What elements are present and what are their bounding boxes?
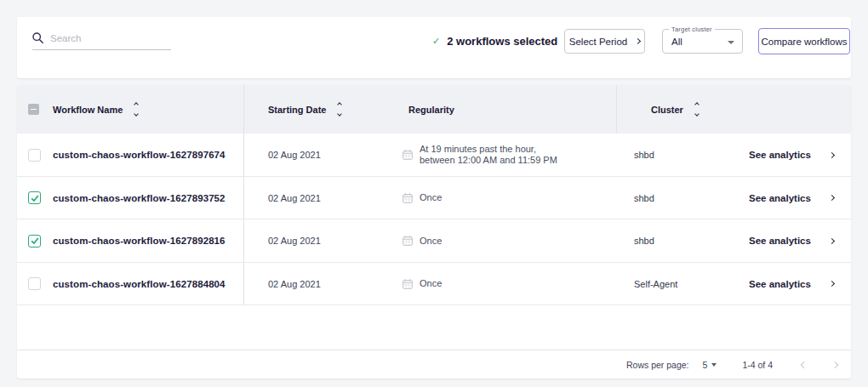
select-all-checkbox[interactable] bbox=[28, 104, 39, 115]
sort-desc-icon[interactable] bbox=[694, 111, 700, 117]
chevron-right-icon bbox=[635, 38, 641, 44]
rows-per-page-value: 5 bbox=[703, 360, 708, 370]
regularity-line1: Once bbox=[420, 278, 442, 289]
table-header-row: Workflow Name Starting Date Regularity C… bbox=[17, 85, 851, 134]
chevron-right-icon bbox=[829, 281, 835, 287]
dropdown-caret-icon bbox=[711, 363, 717, 367]
chevron-right-icon bbox=[829, 151, 835, 157]
regularity-line1: At 19 minutes past the hour, bbox=[420, 144, 557, 155]
compare-workflows-button[interactable]: Compare workflows bbox=[758, 28, 850, 54]
starting-date: 02 Aug 2021 bbox=[244, 263, 391, 304]
next-page-icon[interactable] bbox=[831, 361, 838, 367]
see-analytics-label: See analytics bbox=[749, 236, 811, 246]
row-checkbox[interactable] bbox=[28, 277, 41, 290]
row-checkbox[interactable] bbox=[28, 149, 41, 162]
see-analytics-label: See analytics bbox=[749, 150, 811, 160]
calendar-icon bbox=[403, 193, 413, 203]
search-icon bbox=[32, 32, 43, 43]
see-analytics-link[interactable]: See analytics bbox=[749, 279, 834, 289]
column-header-regularity: Regularity bbox=[408, 105, 454, 115]
selection-status-text: 2 workflows selected bbox=[447, 35, 557, 48]
compare-workflows-label: Compare workflows bbox=[762, 37, 848, 47]
row-checkbox[interactable] bbox=[28, 191, 41, 204]
sort-asc-icon[interactable] bbox=[338, 102, 343, 107]
starting-date: 02 Aug 2021 bbox=[244, 134, 391, 176]
table-row: custom-chaos-workflow-1627893752 02 Aug … bbox=[17, 177, 851, 219]
see-analytics-link[interactable]: See analytics bbox=[749, 236, 834, 246]
starting-date: 02 Aug 2021 bbox=[244, 177, 391, 219]
row-checkbox[interactable] bbox=[28, 235, 41, 248]
workflow-name: custom-chaos-workflow-1627884804 bbox=[46, 263, 244, 304]
workflow-name: custom-chaos-workflow-1627897674 bbox=[46, 134, 244, 176]
table-row: custom-chaos-workflow-1627884804 02 Aug … bbox=[17, 263, 851, 305]
dropdown-caret-icon bbox=[728, 41, 734, 44]
checkmark-icon bbox=[30, 236, 40, 246]
rows-per-page-label: Rows per page: bbox=[626, 360, 689, 370]
pagination-bar: Rows per page: 5 1-4 of 4 bbox=[17, 350, 851, 378]
target-cluster-select[interactable]: Target cluster All bbox=[662, 29, 743, 54]
sort-asc-icon[interactable] bbox=[134, 102, 139, 107]
rows-per-page-select[interactable]: 5 bbox=[703, 360, 717, 370]
regularity-line2: between 12:00 AM and 11:59 PM bbox=[420, 155, 557, 166]
workflow-name: custom-chaos-workflow-1627893752 bbox=[46, 177, 244, 219]
regularity-line1: Once bbox=[420, 236, 442, 247]
sort-asc-icon[interactable] bbox=[694, 102, 700, 107]
see-analytics-label: See analytics bbox=[749, 279, 811, 289]
sort-cluster[interactable] bbox=[695, 103, 699, 116]
column-header-starting-date: Starting Date bbox=[268, 105, 326, 115]
sort-workflow-name[interactable] bbox=[134, 103, 138, 116]
starting-date: 02 Aug 2021 bbox=[244, 219, 391, 262]
calendar-icon bbox=[403, 279, 413, 289]
cluster-name: shbd bbox=[617, 219, 745, 262]
cluster-name: Self-Agent bbox=[617, 263, 745, 304]
see-analytics-label: See analytics bbox=[749, 193, 811, 203]
chevron-right-icon bbox=[829, 237, 835, 243]
search-input[interactable] bbox=[50, 33, 163, 43]
see-analytics-link[interactable]: See analytics bbox=[749, 150, 834, 160]
select-period-button[interactable]: Select Period bbox=[564, 29, 645, 54]
calendar-icon bbox=[403, 236, 413, 246]
see-analytics-link[interactable]: See analytics bbox=[749, 193, 834, 203]
chevron-right-icon bbox=[829, 195, 835, 201]
calendar-icon bbox=[403, 150, 413, 160]
workflows-table: Workflow Name Starting Date Regularity C… bbox=[17, 85, 851, 378]
cluster-name: shbd bbox=[617, 134, 745, 176]
column-header-workflow-name: Workflow Name bbox=[53, 105, 123, 115]
workflow-name: custom-chaos-workflow-1627892816 bbox=[46, 219, 244, 262]
table-row: custom-chaos-workflow-1627897674 02 Aug … bbox=[17, 134, 851, 177]
sort-desc-icon[interactable] bbox=[338, 111, 343, 117]
pagination-range: 1-4 of 4 bbox=[742, 360, 773, 370]
prev-page-icon[interactable] bbox=[801, 361, 808, 367]
target-cluster-value: All bbox=[671, 37, 682, 47]
selection-status: ✓ 2 workflows selected bbox=[432, 35, 557, 48]
select-period-label: Select Period bbox=[569, 37, 627, 47]
sort-starting-date[interactable] bbox=[338, 103, 341, 116]
search-field[interactable] bbox=[32, 32, 171, 50]
checkmark-icon: ✓ bbox=[432, 36, 440, 47]
checkmark-icon bbox=[30, 193, 40, 203]
regularity-line1: Once bbox=[420, 192, 442, 203]
column-header-cluster: Cluster bbox=[651, 105, 683, 115]
table-row: custom-chaos-workflow-1627892816 02 Aug … bbox=[17, 219, 851, 263]
sort-desc-icon[interactable] bbox=[134, 111, 139, 117]
cluster-name: shbd bbox=[617, 177, 745, 219]
toolbar: ✓ 2 workflows selected Select Period Tar… bbox=[17, 17, 851, 78]
target-cluster-label: Target cluster bbox=[669, 26, 715, 33]
